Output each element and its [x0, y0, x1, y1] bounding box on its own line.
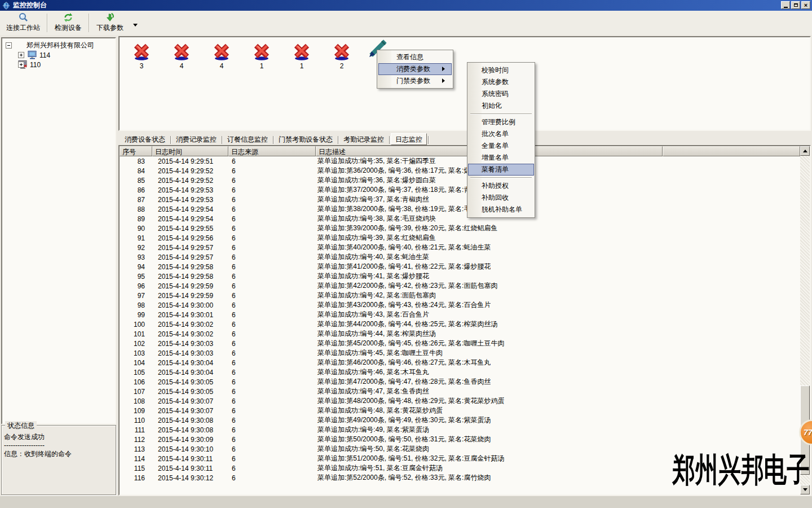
submenu-item[interactable]: 批次名单 — [468, 128, 534, 140]
device-item[interactable]: 2 — [329, 42, 354, 70]
log-table-row[interactable]: 105 2015-4-14 9:30:04 6 菜单追加成功:编号:46, 菜名… — [121, 367, 800, 377]
log-table-row[interactable]: 95 2015-4-14 9:29:58 6 菜单追加成功:编号:41, 菜名:… — [121, 271, 800, 281]
tree-root-node[interactable]: 郑州兴邦科技有限公司 — [2, 41, 115, 50]
menu-item-view-info[interactable]: 查看信息 — [378, 51, 452, 63]
monitor-tab[interactable]: 消费设备状态 — [121, 134, 169, 145]
download-params-button[interactable]: 下载参数 — [91, 11, 129, 35]
log-source: 6 — [228, 234, 316, 242]
log-desc: 菜单追加成功:编号:44, 菜名:榨菜肉丝汤 — [316, 329, 436, 339]
log-table-row[interactable]: 107 2015-4-14 9:30:05 6 菜单追加成功:编号:47, 菜名… — [121, 387, 800, 396]
column-header-time[interactable]: 日志时间 — [152, 146, 228, 156]
tree-expander-110[interactable] — [2, 60, 24, 69]
log-table-row[interactable]: 99 2015-4-14 9:30:01 6 菜单追加成功:编号:43, 菜名:… — [121, 310, 800, 319]
submenu-item[interactable]: 补助回收 — [468, 192, 534, 204]
log-table-row[interactable]: 93 2015-4-14 9:29:57 6 菜单追加成功:编号:40, 菜名:… — [121, 252, 800, 262]
log-table-row[interactable]: 90 2015-4-14 9:29:55 6 菜单追加:第39/2000条, 编… — [121, 224, 800, 233]
log-time: 2015-4-14 9:29:58 — [152, 263, 228, 271]
log-time: 2015-4-14 9:29:59 — [152, 292, 228, 300]
menu-item-consume-params[interactable]: 消费类参数 — [378, 63, 452, 75]
log-table-row[interactable]: 86 2015-4-14 9:29:53 6 菜单追加:第37/2000条, 编… — [121, 185, 800, 195]
toolbar-separator — [89, 14, 90, 32]
log-table-row[interactable]: 94 2015-4-14 9:29:58 6 菜单追加:第41/2000条, 编… — [121, 262, 800, 271]
expand-expander-icon[interactable] — [18, 52, 24, 58]
detect-device-button[interactable]: 检测设备 — [50, 11, 87, 35]
menu-separator — [470, 177, 532, 178]
log-table-row[interactable]: 109 2015-4-14 9:30:07 6 菜单追加成功:编号:48, 菜名… — [121, 406, 800, 415]
submenu-item[interactable]: 管理费比例 — [468, 116, 534, 128]
device-item[interactable]: 3 — [129, 42, 154, 70]
device-count-label: 1 — [300, 62, 304, 70]
log-table-row[interactable]: 108 2015-4-14 9:30:07 6 菜单追加:第48/2000条, … — [121, 396, 800, 406]
log-seq: 93 — [121, 253, 152, 261]
minimize-button[interactable] — [781, 1, 790, 9]
monitor-tab[interactable]: 考勤记录监控 — [339, 134, 388, 145]
submenu-item[interactable]: 脱机补助名单 — [468, 204, 534, 216]
tree-node-114[interactable]: 114 — [2, 50, 115, 60]
menu-item-door-params[interactable]: 门禁类参数 — [378, 75, 452, 87]
submenu-item[interactable]: 增量名单 — [468, 152, 534, 164]
log-time: 2015-4-14 9:30:08 — [152, 417, 228, 424]
device-item[interactable]: 1 — [289, 42, 314, 70]
log-table-row[interactable]: 84 2015-4-14 9:29:52 6 菜单追加:第36/2000条, 编… — [121, 166, 800, 176]
log-table-row[interactable]: 97 2015-4-14 9:29:59 6 菜单追加成功:编号:42, 菜名:… — [121, 291, 800, 300]
submenu-item[interactable]: 校验时间 — [468, 64, 534, 76]
log-table-row[interactable]: 89 2015-4-14 9:29:54 6 菜单追加成功:编号:38, 菜名:… — [121, 214, 800, 224]
tab-separator — [428, 136, 429, 144]
submenu-item[interactable]: 系统密码 — [468, 88, 534, 100]
log-table-row[interactable]: 96 2015-4-14 9:29:59 6 菜单追加:第42/2000条, 编… — [121, 281, 800, 291]
badge-label: 77 — [804, 428, 812, 437]
log-seq: 86 — [121, 186, 152, 194]
monitor-tab[interactable]: 订餐信息监控 — [223, 134, 272, 145]
log-desc: 菜单追加成功:编号:47, 菜名:鱼香肉丝 — [316, 387, 429, 396]
detect-device-label: 检测设备 — [55, 23, 82, 33]
log-table-row[interactable]: 92 2015-4-14 9:29:57 6 菜单追加:第40/2000条, 编… — [121, 243, 800, 252]
log-source: 6 — [228, 474, 316, 482]
device-item[interactable]: 4 — [169, 42, 194, 70]
submenu-item[interactable]: 全量名单 — [468, 140, 534, 152]
log-table-row[interactable]: 100 2015-4-14 9:30:02 6 菜单追加:第44/2000条, … — [121, 319, 800, 329]
log-table-row[interactable]: 106 2015-4-14 9:30:05 6 菜单追加:第47/2000条, … — [121, 377, 800, 387]
log-desc: 菜单追加成功:编号:49, 菜名:紫菜蛋汤 — [316, 425, 429, 435]
log-table-row[interactable]: 85 2015-4-14 9:29:52 6 菜单追加成功:编号:36, 菜名:… — [121, 176, 800, 185]
monitor-tab[interactable]: 门禁考勤设备状态 — [275, 134, 337, 145]
device-item[interactable]: 4 — [209, 42, 234, 70]
log-table-row[interactable]: 87 2015-4-14 9:29:53 6 菜单追加成功:编号:37, 菜名:… — [121, 195, 800, 204]
log-table-row[interactable]: 112 2015-4-14 9:30:09 6 菜单追加:第50/2000条, … — [121, 435, 800, 444]
log-time: 2015-4-14 9:30:05 — [152, 388, 228, 396]
submenu-item[interactable]: 补助授权 — [468, 180, 534, 192]
monitor-tab[interactable]: 日志监控 — [391, 133, 427, 145]
download-arrow-icon — [104, 12, 116, 23]
log-table-row[interactable]: 103 2015-4-14 9:30:03 6 菜单追加成功:编号:45, 菜名… — [121, 348, 800, 358]
submenu-item[interactable]: 系统参数 — [468, 76, 534, 88]
device-offline-red-x-icon — [253, 42, 271, 61]
log-seq: 116 — [121, 474, 152, 482]
submenu-item[interactable]: 菜肴清单 — [468, 164, 534, 176]
log-source: 6 — [228, 177, 316, 185]
log-table-row[interactable]: 104 2015-4-14 9:30:04 6 菜单追加:第46/2000条, … — [121, 358, 800, 367]
log-table-row[interactable]: 83 2015-4-14 9:29:51 6 菜单追加成功:编号:35, 菜名:… — [121, 156, 800, 166]
column-header-seq[interactable]: 序号 — [120, 146, 152, 156]
expand-expander-icon[interactable] — [18, 62, 24, 68]
device-item[interactable]: 1 — [249, 42, 274, 70]
log-desc: 菜单追加成功:编号:50, 菜名:花菜烧肉 — [316, 444, 429, 454]
log-table-row[interactable]: 111 2015-4-14 9:30:08 6 菜单追加成功:编号:49, 菜名… — [121, 425, 800, 435]
column-header-source[interactable]: 日志来源 — [228, 146, 316, 156]
log-table-row[interactable]: 110 2015-4-14 9:30:08 6 菜单追加:第49/2000条, … — [121, 415, 800, 425]
connect-workstation-button[interactable]: 连接工作站 — [1, 11, 45, 35]
collapse-expander-icon[interactable] — [6, 42, 12, 49]
log-table-row[interactable]: 91 2015-4-14 9:29:56 6 菜单追加成功:编号:39, 菜名:… — [121, 233, 800, 243]
submenu-item[interactable]: 初始化 — [468, 100, 534, 112]
log-table-row[interactable]: 98 2015-4-14 9:30:00 6 菜单追加:第43/2000条, 编… — [121, 300, 800, 310]
status-groupbox-title: 状态信息 — [5, 421, 37, 431]
restore-button[interactable] — [791, 1, 800, 9]
log-table-row[interactable]: 101 2015-4-14 9:30:02 6 菜单追加成功:编号:44, 菜名… — [121, 329, 800, 339]
monitor-tab[interactable]: 消费记录监控 — [172, 134, 220, 145]
log-source: 6 — [228, 205, 316, 213]
log-seq: 110 — [121, 417, 152, 424]
log-table-row[interactable]: 88 2015-4-14 9:29:54 6 菜单追加:第38/2000条, 编… — [121, 204, 800, 214]
log-table-row[interactable]: 102 2015-4-14 9:30:03 6 菜单追加:第45/2000条, … — [121, 339, 800, 348]
scroll-up-button[interactable] — [800, 146, 810, 156]
toolbar-dropdown-arrow[interactable] — [133, 24, 138, 29]
close-button[interactable]: × — [801, 1, 810, 9]
log-time: 2015-4-14 9:30:11 — [152, 465, 228, 472]
